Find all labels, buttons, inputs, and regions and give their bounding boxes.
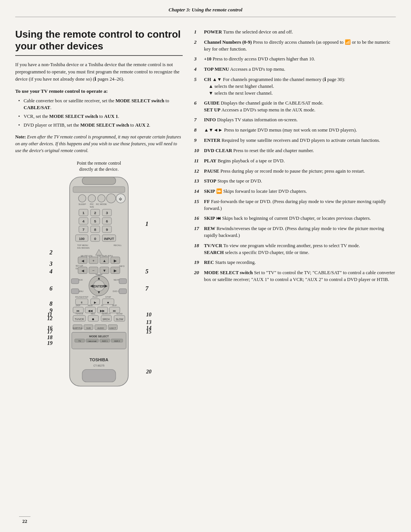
svg-text:PAUSE/STEP: PAUSE/STEP <box>75 296 88 299</box>
svg-text:REW: REW <box>88 305 93 307</box>
svg-rect-78 <box>119 279 127 284</box>
svg-text:NEXT: NEXT <box>114 279 119 281</box>
svg-text:RC MODE: RC MODE <box>96 203 107 205</box>
label-10: 10 <box>146 312 151 318</box>
svg-rect-133 <box>82 370 116 382</box>
svg-text:SRCH: SRCH <box>102 318 110 321</box>
list-item-19: 19 REC Starts tape recording. <box>194 259 396 266</box>
numbered-items-list: 1 POWER Turns the selected device on and… <box>194 29 396 283</box>
svg-text:FAV BROWS: FAV BROWS <box>77 247 90 249</box>
svg-text:CABLE/SAT: CABLE/SAT <box>88 340 97 342</box>
svg-text:TV/VCR: TV/VCR <box>75 318 84 321</box>
label-2: 2 <box>49 249 53 256</box>
svg-text:SLOW: SLOW <box>116 313 123 315</box>
svg-text:0: 0 <box>94 237 96 241</box>
svg-text:SKIP: SKIP <box>76 305 81 307</box>
bullet-list: Cable converter box or satellite receive… <box>15 97 183 129</box>
label-1: 1 <box>145 221 148 227</box>
svg-text:TOP MENU: TOP MENU <box>77 244 88 246</box>
label-12: 12 <box>47 316 53 322</box>
svg-text:▲: ▲ <box>102 259 106 263</box>
svg-point-6 <box>107 194 116 203</box>
svg-rect-79 <box>119 289 127 294</box>
svg-text:▶: ▶ <box>114 259 117 263</box>
page: Chapter 3: Using the remote control Usin… <box>0 0 411 532</box>
svg-text:4: 4 <box>83 219 85 224</box>
list-item-6: 6 GUIDE Displays the channel guide in th… <box>194 100 396 113</box>
svg-text:7: 7 <box>83 228 85 232</box>
svg-text:AUDIO: AUDIO <box>97 327 104 329</box>
note-text: Note: Even after the TV remote control i… <box>15 133 183 154</box>
svg-rect-2 <box>73 187 125 192</box>
page-number: 22 <box>19 516 30 524</box>
list-item-17: 17 REW Rewinds/reverses the tape or DVD.… <box>194 225 396 239</box>
svg-text:SKIP: SKIP <box>112 305 117 307</box>
label-3: 3 <box>49 260 53 267</box>
svg-text:3: 3 <box>106 211 108 215</box>
svg-text:▶: ▶ <box>94 301 97 304</box>
list-item-13: 13 STOP Stops the tape or DVD. <box>194 178 396 185</box>
list-item-2: 2 Channel Numbers (0-9) Press to directl… <box>194 39 396 52</box>
svg-point-3 <box>78 195 86 202</box>
label-6: 6 <box>49 285 53 292</box>
svg-text:⏸: ⏸ <box>80 301 83 304</box>
list-item-12: 12 PAUSE Press during play or record mod… <box>194 168 396 175</box>
list-item-16: 16 SKIP ⏮ Skips back to beginning of cur… <box>194 215 396 222</box>
to-use-heading: To use your TV remote control to operate… <box>15 88 183 94</box>
list-item-14: 14 SKIP ⏩ Skips forward to locate later … <box>194 188 396 195</box>
svg-text:AUX 1: AUX 1 <box>102 340 108 342</box>
svg-text:SEARCH: SEARCH <box>102 313 110 315</box>
svg-text:SUBTITLE: SUBTITLE <box>73 327 83 329</box>
label-4: 4 <box>49 268 53 275</box>
svg-text:◀: ◀ <box>90 284 93 288</box>
list-item-1: 1 POWER Turns the selected device on and… <box>194 29 396 36</box>
svg-text:▶: ▶ <box>114 268 117 273</box>
list-item-20: 20 MODE SELECT switch Set to "TV" to con… <box>194 269 396 283</box>
remote-diagram: Point the remote control directly at the… <box>15 160 183 394</box>
svg-text:■: ■ <box>107 301 109 304</box>
remote-wrapper: ⏻ SLEEP PIC SIZE RC MODE 1 2 3 <box>57 175 141 394</box>
svg-text:▼: ▼ <box>97 291 101 295</box>
svg-text:REC: REC <box>91 313 96 315</box>
svg-text:STOP: STOP <box>105 296 111 299</box>
label-13: 13 <box>146 319 151 326</box>
svg-text:6: 6 <box>106 219 108 224</box>
svg-text:9: 9 <box>106 228 108 232</box>
svg-text:⏭: ⏭ <box>113 309 116 313</box>
svg-text:TOSHIBA: TOSHIBA <box>89 357 108 362</box>
svg-text:ENTER: ENTER <box>93 284 105 288</box>
list-item-8: 8 ▲▼◄► Press to navigate DVD menus (may … <box>194 127 396 134</box>
svg-rect-1 <box>82 177 116 185</box>
right-column: 1 POWER Turns the selected device on and… <box>194 29 396 394</box>
label-20: 20 <box>146 369 151 375</box>
svg-text:MODE SELECT: MODE SELECT <box>89 335 109 338</box>
svg-text:⏮: ⏮ <box>76 309 80 313</box>
svg-rect-76 <box>71 279 79 284</box>
svg-text:⏺: ⏺ <box>92 318 95 321</box>
svg-text:SET UP: SET UP <box>75 265 83 267</box>
svg-text:SUB: SUB <box>86 327 91 329</box>
svg-text:FF: FF <box>101 305 104 307</box>
bullet-item-2: VCR, set the MODE SELECT switch to AUX 1… <box>18 113 183 120</box>
svg-text:RECALL: RECALL <box>114 244 122 246</box>
svg-text:⏻: ⏻ <box>119 197 122 201</box>
label-18: 18 <box>47 335 53 341</box>
svg-rect-77 <box>71 289 79 294</box>
svg-point-4 <box>88 195 96 202</box>
svg-text:◀◀: ◀◀ <box>88 309 93 313</box>
svg-text:1: 1 <box>83 211 85 215</box>
intro-paragraph: If you have a non-Toshiba device or a To… <box>15 61 183 83</box>
label-8: 8 <box>49 300 53 307</box>
svg-text:PLAY: PLAY <box>92 296 98 299</box>
page-title: Using the remote control to control your… <box>15 29 183 56</box>
list-item-18: 18 TV/VCR To view one program while reco… <box>194 242 396 256</box>
list-item-9: 9 ENTER Required by some satellite recei… <box>194 137 396 144</box>
svg-text:INPUT: INPUT <box>104 237 114 241</box>
svg-text:EJECT: EJECT <box>110 327 116 329</box>
label-19: 19 <box>47 340 53 346</box>
svg-text:▼: ▼ <box>102 268 106 273</box>
label-5: 5 <box>145 268 148 275</box>
label-15: 15 <box>146 329 151 335</box>
svg-text:2: 2 <box>94 211 96 215</box>
label-7: 7 <box>145 285 148 292</box>
